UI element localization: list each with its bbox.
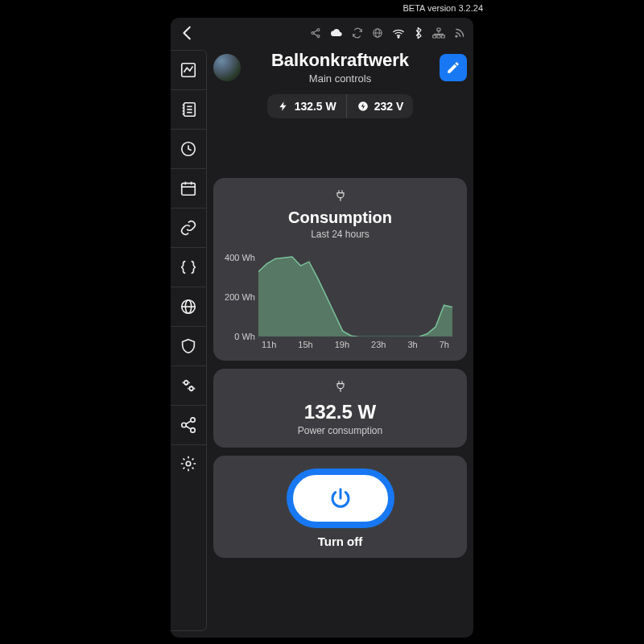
svg-point-13 — [456, 35, 457, 37]
back-button[interactable] — [179, 24, 196, 42]
network-icon[interactable] — [432, 27, 445, 39]
power-toggle-button[interactable] — [288, 470, 393, 526]
svg-line-4 — [314, 34, 317, 36]
refresh-icon[interactable] — [352, 27, 363, 39]
sidebar-item-settings[interactable] — [171, 445, 206, 630]
edit-button[interactable] — [440, 54, 467, 81]
svg-line-3 — [314, 31, 317, 33]
page-title: Balkonkraftwerk — [247, 50, 433, 71]
wifi-icon[interactable] — [392, 27, 405, 39]
globe-icon[interactable] — [372, 27, 383, 39]
svg-rect-9 — [437, 28, 440, 31]
consumption-chart: 0 Wh200 Wh400 Wh 11h15h19h23h3h7h — [223, 248, 457, 349]
top-bar — [171, 18, 473, 45]
x-tick-label: 23h — [371, 340, 386, 349]
x-tick-label: 15h — [298, 340, 312, 349]
sidebar-item-web[interactable] — [171, 287, 206, 327]
x-tick-label: 11h — [262, 340, 276, 349]
x-tick-label: 7h — [440, 340, 449, 349]
power-consumption-value: 132.5 W — [304, 401, 376, 423]
consumption-card[interactable]: Consumption Last 24 hours 0 Wh200 Wh400 … — [213, 178, 467, 361]
svg-point-2 — [317, 35, 320, 38]
svg-point-1 — [312, 32, 314, 35]
svg-rect-24 — [182, 184, 196, 196]
svg-point-38 — [186, 461, 191, 466]
svg-rect-10 — [433, 35, 436, 38]
y-tick-label: 400 Wh — [220, 253, 255, 262]
x-tick-label: 19h — [335, 340, 349, 349]
svg-point-34 — [182, 423, 187, 427]
power-value: 132.5 W — [295, 100, 336, 113]
page-subtitle: Main controls — [247, 72, 433, 85]
bolt-icon — [277, 100, 290, 113]
x-tick-label: 3h — [407, 340, 417, 349]
power-card[interactable]: 132.5 W Power consumption — [213, 369, 467, 448]
sidebar-item-json[interactable] — [171, 248, 206, 287]
plug-icon — [334, 189, 347, 205]
consumption-subtitle: Last 24 hours — [311, 229, 369, 240]
bluetooth-icon[interactable] — [414, 27, 423, 39]
sidebar-item-actions[interactable] — [171, 366, 206, 406]
svg-rect-12 — [441, 35, 444, 38]
rss-icon[interactable] — [454, 27, 465, 39]
voltage-chip[interactable]: 232 V — [346, 94, 414, 118]
sidebar-item-link[interactable] — [171, 208, 206, 248]
svg-rect-11 — [437, 35, 440, 38]
sidebar-item-security[interactable] — [171, 327, 206, 366]
svg-point-8 — [398, 37, 399, 39]
version-label: BETA version 3.2.24 — [403, 3, 483, 13]
share-icon[interactable] — [310, 27, 321, 39]
svg-point-35 — [191, 428, 196, 433]
status-chips: 132.5 W 232 V — [213, 94, 467, 118]
svg-line-37 — [186, 426, 191, 429]
power-consumption-label: Power consumption — [298, 425, 382, 436]
power-chip[interactable]: 132.5 W — [267, 94, 346, 118]
y-tick-label: 200 Wh — [220, 292, 255, 302]
svg-point-33 — [191, 418, 196, 423]
cloud-icon[interactable] — [330, 27, 343, 39]
turn-off-card: Turn off — [213, 456, 467, 558]
sidebar-item-chart[interactable] — [171, 51, 206, 90]
device-frame: Balkonkraftwerk Main controls 132.5 W — [171, 18, 473, 638]
device-avatar — [213, 54, 241, 81]
plug-icon — [334, 380, 347, 396]
sidebar-item-share[interactable] — [171, 406, 206, 445]
y-tick-label: 0 Wh — [220, 332, 255, 341]
turn-off-label: Turn off — [318, 535, 363, 548]
svg-point-0 — [317, 28, 320, 31]
consumption-title: Consumption — [288, 208, 392, 227]
voltage-value: 232 V — [374, 100, 404, 113]
sidebar-item-calendar[interactable] — [171, 169, 206, 208]
sidebar — [171, 50, 207, 631]
voltage-icon — [357, 100, 369, 113]
sidebar-item-clock[interactable] — [171, 130, 206, 169]
svg-line-36 — [186, 421, 191, 424]
sidebar-item-log[interactable] — [171, 90, 206, 130]
